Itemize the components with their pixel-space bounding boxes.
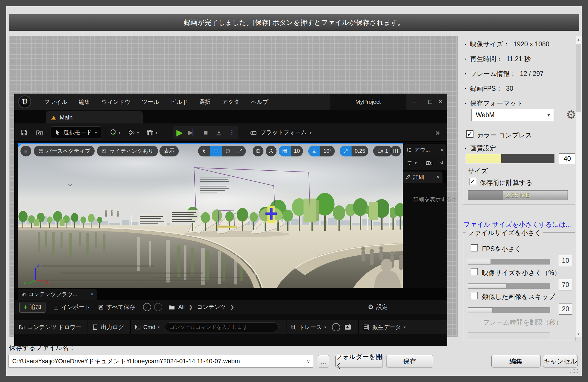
play-options-button[interactable]: ⋮ [225, 129, 238, 136]
pin-icon[interactable] [439, 160, 445, 166]
grid-snap-control[interactable]: 10 [279, 146, 303, 156]
breadcrumb-folder[interactable]: コンテンツ [197, 303, 226, 311]
color-compress-checkbox[interactable]: ✓ [466, 130, 473, 138]
back-button[interactable]: ← [143, 303, 151, 311]
insights-icon[interactable] [332, 323, 340, 331]
play-button[interactable]: ▶ [173, 127, 186, 137]
reduce-resolution-value-box[interactable]: 70 [559, 279, 572, 290]
reduce-size-link[interactable]: ファイル サイズを小さくするには... [464, 220, 571, 229]
scroll-up-icon[interactable]: ▴ [575, 36, 581, 43]
filename-combobox[interactable]: ∨ [9, 355, 313, 367]
import-button[interactable]: インポート [53, 303, 90, 311]
skip-similar-slider[interactable] [468, 307, 550, 313]
filename-input[interactable] [9, 358, 307, 365]
content-drawer-button[interactable]: コンテンツ ドロワー [19, 323, 81, 331]
filter-icon[interactable] [407, 160, 412, 166]
select-mode-dropdown[interactable]: 選択モード ▾ [51, 126, 101, 139]
breadcrumb-root[interactable]: All [178, 304, 184, 310]
menu-file[interactable]: ファイル [44, 98, 67, 106]
content-settings-button[interactable]: ⚙ 設定 [368, 303, 388, 311]
cinematics-icon[interactable] [146, 129, 154, 136]
add-actor-icon[interactable] [109, 129, 117, 136]
add-button[interactable]: + 追加 [19, 302, 45, 313]
browse-button[interactable]: ... [318, 355, 329, 367]
scale-snap-control[interactable]: 0.25 [340, 146, 368, 156]
show-dropdown[interactable]: 表示 [159, 146, 179, 156]
save-button[interactable]: 保存 [386, 355, 433, 367]
settings-scrollbar[interactable]: ▴ ▾ [575, 36, 581, 337]
select-tool-button[interactable] [198, 146, 210, 156]
camera-speed-control[interactable]: 1 [373, 146, 392, 156]
tab-details[interactable]: 詳細 × [403, 172, 442, 183]
blueprints-icon[interactable] [128, 129, 135, 136]
open-folder-button[interactable]: フォルダーを開く [335, 355, 383, 367]
format-select[interactable]: WebM ▼ [471, 109, 554, 121]
skip-similar-checkbox[interactable] [471, 292, 478, 299]
menu-tools[interactable]: ツール [142, 98, 159, 106]
reduce-fps-checkbox[interactable] [471, 244, 478, 251]
reduce-fps-slider[interactable] [468, 259, 550, 265]
reduce-resolution-checkbox[interactable] [471, 268, 478, 275]
ue-minimize-button[interactable]: – [407, 94, 422, 110]
tab-main-level[interactable]: ▲ Main [46, 111, 143, 123]
snap-axes-button[interactable] [266, 146, 277, 156]
lit-mode-dropdown[interactable]: ライティングあり [97, 146, 158, 156]
browse-content-icon[interactable] [36, 129, 43, 136]
viewport-menu-button[interactable]: ≡ [20, 146, 31, 156]
console-input[interactable] [165, 322, 279, 332]
scrollbar-thumb[interactable] [576, 44, 581, 112]
cancel-button[interactable]: キャンセル [543, 355, 577, 367]
ue-tab-row: ▲ Main [14, 110, 447, 123]
derived-data-dropdown[interactable]: 派生データ ▾ [363, 323, 406, 331]
reduce-resolution-slider[interactable] [468, 283, 550, 289]
trace-dropdown[interactable]: トレース ▾ [290, 323, 326, 331]
platforms-dropdown[interactable]: プラットフォーム ▾ [250, 129, 311, 136]
stop-button[interactable]: ■ [199, 129, 212, 137]
format-settings-gear-icon[interactable]: ⚙ [566, 108, 576, 121]
skip-similar-value-box[interactable]: 20 [559, 303, 572, 315]
menu-select[interactable]: 選択 [200, 98, 211, 106]
menu-help[interactable]: ヘルプ [251, 98, 268, 106]
quality-value-box[interactable]: 40 [559, 153, 576, 164]
toolbar-overflow-button[interactable]: » [435, 128, 440, 137]
chevron-down-icon: ▾ [404, 325, 406, 329]
bullet-icon: ▪ [465, 57, 466, 61]
ue-close-button[interactable]: × [433, 94, 448, 110]
close-icon[interactable]: × [437, 174, 440, 180]
save-all-button[interactable]: すべて保存 [98, 303, 135, 311]
close-icon[interactable]: × [440, 147, 443, 153]
bullet-icon: ▪ [465, 42, 466, 46]
perspective-dropdown[interactable]: パースペクティブ [34, 146, 95, 156]
viewport[interactable]: Z X Y ≡ パースペクティブ ライテ [18, 143, 403, 288]
menu-build[interactable]: ビルド [171, 98, 188, 106]
camera-add-icon[interactable] [426, 160, 433, 166]
reduce-fps-value-box[interactable]: 10 [559, 255, 572, 266]
menu-edit[interactable]: 編集 [79, 98, 90, 106]
chevron-down-icon: ▾ [155, 130, 157, 135]
scale-tool-button[interactable] [234, 146, 246, 156]
tab-content-browser[interactable]: コンテンツブラウ... × [18, 289, 97, 300]
tab-outliner[interactable]: アウ... × [404, 144, 446, 156]
rotate-tool-button[interactable] [222, 146, 234, 156]
calc-before-save-checkbox[interactable]: ✓ [469, 178, 476, 185]
eject-button[interactable]: ▲ [212, 129, 225, 135]
scroll-down-icon[interactable]: ▾ [575, 331, 581, 337]
quality-slider[interactable] [466, 154, 554, 163]
cmd-dropdown[interactable]: Cmd ▾ [135, 324, 159, 331]
menu-actor[interactable]: アクタ [222, 98, 240, 106]
angle-snap-control[interactable]: 10° [308, 146, 335, 156]
bullet-icon: ▪ [465, 146, 466, 150]
world-space-button[interactable] [253, 146, 263, 156]
move-tool-button[interactable] [210, 146, 222, 156]
output-log-button[interactable]: 出力ログ [92, 323, 124, 331]
close-icon[interactable]: × [91, 291, 94, 297]
screenshot-chart-icon[interactable] [344, 323, 352, 331]
forward-button[interactable]: → [154, 303, 162, 311]
edit-button[interactable]: 編集 [491, 355, 541, 367]
frame-skip-button[interactable]: ▶▏ [186, 129, 199, 136]
save-icon[interactable] [20, 129, 28, 136]
filename-label: 保存するファイル名： [9, 343, 75, 352]
menu-window[interactable]: ウィンドウ [101, 98, 130, 106]
banner: 録画が完了しました。[保存] ボタンを押すとファイルが保存されます。 [9, 14, 579, 31]
quad-view-button[interactable] [390, 146, 401, 156]
